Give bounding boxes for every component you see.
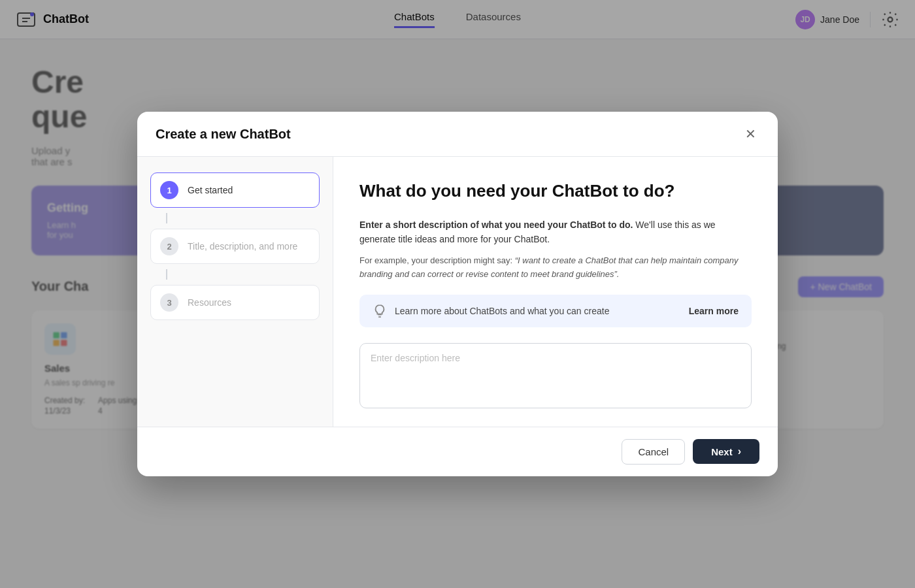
cancel-button[interactable]: Cancel <box>622 439 685 465</box>
step-connector-2 <box>166 269 167 280</box>
modal-header: Create a new ChatBot ✕ <box>137 112 778 157</box>
step-3-label: Resources <box>188 297 231 308</box>
modal-close-button[interactable]: ✕ <box>741 125 759 143</box>
modal-footer: Cancel Next › <box>137 427 778 476</box>
description-example: For example, your description might say:… <box>359 254 752 282</box>
learn-more-link[interactable]: Learn more <box>689 306 739 316</box>
step-2[interactable]: 2 Title, description, and more <box>150 229 320 264</box>
learn-more-left: Learn more about ChatBots and what you c… <box>373 304 609 318</box>
step-1-label: Get started <box>188 185 233 195</box>
step-2-num: 2 <box>160 237 178 255</box>
modal-title: Create a new ChatBot <box>156 127 291 142</box>
modal-main-panel: What do you need your ChatBot to do? Ent… <box>333 157 778 427</box>
step-1-num: 1 <box>160 181 178 199</box>
step-connector-1 <box>166 213 167 223</box>
steps-sidebar: 1 Get started 2 Title, description, and … <box>137 157 333 427</box>
next-label: Next <box>711 446 733 457</box>
learn-more-banner: Learn more about ChatBots and what you c… <box>359 295 752 327</box>
learn-more-text: Learn more about ChatBots and what you c… <box>395 306 609 316</box>
next-button[interactable]: Next › <box>693 439 759 464</box>
modal-overlay: Create a new ChatBot ✕ 1 Get started 2 T… <box>0 0 915 588</box>
step-3[interactable]: 3 Resources <box>150 285 320 320</box>
description-intro-bold: Enter a short description of what you ne… <box>359 220 633 230</box>
create-chatbot-modal: Create a new ChatBot ✕ 1 Get started 2 T… <box>137 112 778 476</box>
example-prefix: For example, your description might say: <box>359 255 515 265</box>
description-intro: Enter a short description of what you ne… <box>359 218 752 247</box>
step-3-num: 3 <box>160 293 178 312</box>
description-textarea[interactable] <box>359 343 752 408</box>
step-2-label: Title, description, and more <box>188 241 297 252</box>
modal-section-title: What do you need your ChatBot to do? <box>359 180 752 202</box>
modal-body: 1 Get started 2 Title, description, and … <box>137 157 778 427</box>
step-1[interactable]: 1 Get started <box>150 172 320 208</box>
next-arrow-icon: › <box>738 446 741 457</box>
lightbulb-icon <box>373 304 387 318</box>
